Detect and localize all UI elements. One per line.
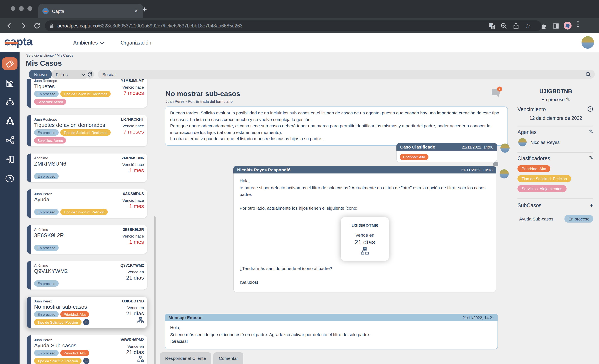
share-icon[interactable] <box>511 21 521 31</box>
case-due-label: Venció hace <box>113 234 144 238</box>
notifications-bubble-icon[interactable]: 2 <box>492 89 500 95</box>
case-badges: En procesoPrioridad: AltaTipo de Solicit… <box>34 350 112 364</box>
case-due-value: 7 meses <box>113 90 144 96</box>
service-badge[interactable]: Servicios: Alojamientos <box>518 185 566 192</box>
close-window-icon[interactable] <box>11 6 15 11</box>
case-badges: En procesoTipo de Solicitud: Petición <box>34 209 112 215</box>
refresh-list-button[interactable] <box>85 70 94 79</box>
panel-status-label: En proceso <box>541 97 564 102</box>
search-input[interactable] <box>102 71 585 77</box>
case-card[interactable]: Juan PérezNo mostrar sub-casosEn proceso… <box>27 297 147 328</box>
chevron-down-icon <box>100 40 104 44</box>
section-vencimiento-title: Vencimiento <box>518 107 546 112</box>
section-subcasos-title: SubCasos <box>518 203 541 208</box>
sidebar-item-tickets[interactable] <box>0 54 19 73</box>
divider <box>518 126 593 126</box>
case-due-value: 21 días <box>113 349 144 355</box>
forward-icon[interactable] <box>19 21 28 32</box>
sidebar-item-exit[interactable] <box>0 150 19 169</box>
case-card[interactable]: AnónimoQ9V1KYWM2En procesoQ9V1KYWM2Vence… <box>27 261 147 290</box>
sender-paragraph: Si tiene más sentido que el ícono esté e… <box>170 331 493 338</box>
request-badge: Tipo de Solicitud: Petición <box>34 358 81 364</box>
subcase-hierarchy-icon <box>344 247 386 257</box>
case-list: Juan RestrepoTiquetesEn procesoTipo de S… <box>23 79 156 364</box>
tab-title: Capta <box>52 9 130 14</box>
tab-close-icon[interactable]: ✕ <box>133 8 139 14</box>
respond-client-button[interactable]: Responder al Cliente <box>160 352 211 364</box>
bookmark-star-icon[interactable]: ☆ <box>523 21 533 31</box>
embed-due-value: 21 días <box>344 238 386 245</box>
extensions-icon[interactable] <box>539 21 549 31</box>
user-avatar[interactable] <box>581 36 594 49</box>
window-controls[interactable] <box>11 6 32 11</box>
more-badges-count: +1 <box>83 319 89 325</box>
status-badge: En proceso <box>34 173 59 179</box>
request-type-badge[interactable]: Tipo de Solicitud: Petición <box>518 175 571 182</box>
new-case-button[interactable]: Nuevo <box>29 70 52 79</box>
nav-organizacion[interactable]: Organización <box>121 33 151 52</box>
browser-profile-avatar[interactable] <box>564 22 572 29</box>
subcase-row[interactable]: Ayuda Sub-casos En proceso <box>519 215 593 222</box>
embedded-case-card-image: U3IGBDTNB Vence en 21 días <box>341 217 389 261</box>
case-card[interactable]: Juan PérezAyuda Sub-casosEn procesoPrior… <box>27 335 147 364</box>
browser-tabstrip: Capta ✕ + <box>0 0 599 18</box>
sender-message: Mensaje Emisor 21/11/2022, 14:21 Hola, S… <box>165 314 498 349</box>
sidebar-item-analytics[interactable] <box>0 73 19 92</box>
clock-icon[interactable] <box>587 106 593 114</box>
zoom-window-icon[interactable] <box>27 6 32 11</box>
agent-row[interactable]: Nicolás Reyes <box>518 138 560 146</box>
case-due-value: 1 mes <box>113 167 144 173</box>
case-due-label: Venció hace <box>113 162 144 167</box>
translate-icon[interactable]: G <box>487 21 497 31</box>
case-card[interactable]: Juan PerezAyudaEn procesoTipo de Solicit… <box>27 189 147 218</box>
browser-menu-icon[interactable] <box>577 21 578 27</box>
description-paragraph: La otra alternativa puede ser que el lis… <box>170 136 502 142</box>
workflow-icon <box>5 135 15 145</box>
side-panel-icon[interactable] <box>551 21 561 31</box>
sidebar-item-help[interactable]: ? <box>0 169 19 188</box>
capta-logo[interactable]: capta <box>4 35 32 48</box>
browser-tab[interactable]: Capta ✕ <box>38 4 143 18</box>
filters-label: Filtros <box>56 72 68 77</box>
address-bar[interactable]: aeroalpes.capta.co/6228e3d6053721001a699… <box>45 20 542 31</box>
case-card[interactable]: Juan RestrepoTiquetesEn procesoTipo de S… <box>27 79 147 108</box>
filters-button[interactable]: Filtros <box>52 70 89 79</box>
reply-paragraph: Hola, <box>240 177 490 184</box>
new-tab-icon[interactable]: + <box>142 5 147 13</box>
priority-badge: Prioridad: Alta <box>400 154 428 160</box>
edit-classifiers-icon[interactable]: ✎ <box>589 155 593 160</box>
reply-paragraph: ¿Tendrá más sentido ponerle el ícono al … <box>240 265 490 272</box>
case-requester: Anónimo <box>34 156 112 160</box>
reload-icon[interactable] <box>32 21 42 32</box>
sidebar-item-team[interactable] <box>0 92 19 112</box>
case-badges: En proceso <box>34 245 112 251</box>
status-badge: En proceso <box>34 311 59 317</box>
add-subcase-icon[interactable]: + <box>590 203 593 208</box>
agent-avatar <box>500 143 510 153</box>
back-icon[interactable] <box>5 21 14 32</box>
nav-ambientes[interactable]: Ambientes <box>73 33 104 52</box>
case-card[interactable]: AnónimoZMRIMSUN6En procesoZMRIMSUN6Venci… <box>27 153 147 182</box>
panel-case-code: U3IGBDTNB <box>515 88 597 94</box>
case-code: Q9V1KYWM2 <box>113 263 144 267</box>
case-title: Tiquetes de avión demorados <box>34 122 112 128</box>
edit-status-icon[interactable]: ✎ <box>566 97 570 102</box>
sidebar-item-classifiers[interactable] <box>0 112 19 131</box>
service-badge: Servicios: Aereo <box>34 137 66 143</box>
case-card[interactable]: Juan RestrepoTiquetes de avión demorados… <box>27 115 147 146</box>
sidebar-item-workflows[interactable] <box>0 131 19 150</box>
svg-text:?: ? <box>9 176 11 181</box>
zoom-out-icon[interactable] <box>499 21 509 31</box>
case-requester: Juan Pérez <box>34 338 112 342</box>
request-badge: Tipo de Solicitud: Petición <box>60 209 107 215</box>
case-due-label: Venció hace <box>113 85 144 89</box>
panel-status: En proceso ✎ <box>515 97 597 102</box>
edit-agents-icon[interactable]: ✎ <box>589 129 593 134</box>
reply-title: Nicolás Reyes Respondió <box>237 167 291 172</box>
case-card[interactable]: Anónimo3E6SK9L2REn proceso3E6SK9L2RVenci… <box>27 225 147 254</box>
case-meta-panel: U3IGBDTNB En proceso ✎ Vencimiento 12 de… <box>515 52 597 364</box>
case-list-scrollbar[interactable] <box>154 216 156 364</box>
minimize-window-icon[interactable] <box>19 6 24 11</box>
priority-badge[interactable]: Prioridad: Alta <box>518 165 550 172</box>
comment-button[interactable]: Comentar <box>213 352 243 364</box>
